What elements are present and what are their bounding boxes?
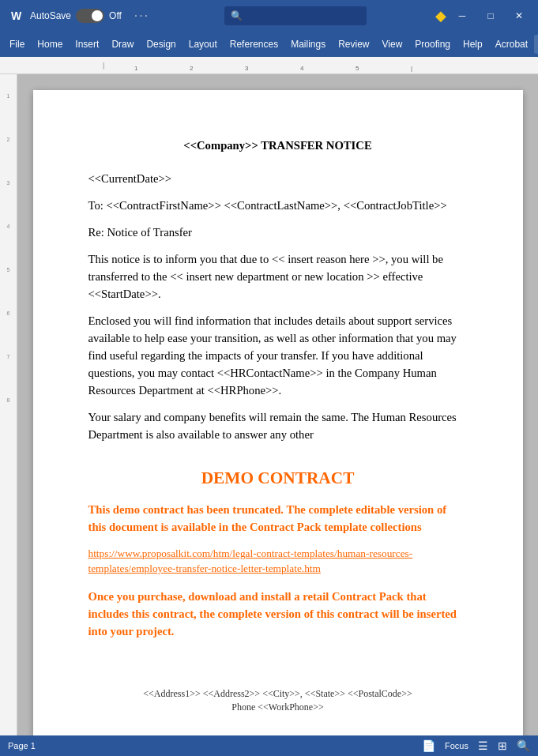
menu-draw[interactable]: Draw	[105, 36, 140, 53]
close-button[interactable]: ✕	[506, 5, 532, 27]
menubar-right: 💬 ✏ Editing ▾	[534, 35, 538, 54]
ruler-mark-1: 1	[134, 65, 137, 72]
view-options-icon[interactable]: ☰	[478, 739, 488, 752]
to-line: To: <<ContractFirstName>> <<ContractLast…	[88, 197, 468, 214]
menu-help[interactable]: Help	[457, 36, 489, 53]
page-info: Page 1	[8, 741, 36, 750]
demo-purchase-text: Once you purchase, download and install …	[88, 588, 468, 640]
document-page: <<Company>> TRANSFER NOTICE <<CurrentDat…	[33, 90, 523, 735]
titlebar-center: 🔍	[156, 6, 435, 25]
document-scroll-area[interactable]: <<Company>> TRANSFER NOTICE <<CurrentDat…	[17, 74, 538, 735]
footer-address: <<Address1>> <<Address2>> <<City>>, <<St…	[33, 687, 523, 701]
statusbar: Page 1 📄 Focus ☰ ⊞ 🔍	[0, 735, 538, 756]
menu-home[interactable]: Home	[31, 36, 69, 53]
ruler-right-marker: |	[411, 65, 412, 72]
v-ruler-mark-7: 7	[7, 354, 10, 359]
demo-link[interactable]: https://www.proposalkit.com/htm/legal-co…	[88, 547, 468, 576]
menu-references[interactable]: References	[224, 36, 284, 53]
autosave-label: AutoSave	[30, 10, 71, 21]
ruler-mark-2: 2	[190, 65, 193, 72]
v-ruler-mark-8: 8	[7, 397, 10, 403]
v-ruler-mark-1: 1	[7, 93, 10, 99]
menu-mailings[interactable]: Mailings	[284, 36, 332, 53]
autosave-toggle[interactable]	[76, 9, 104, 23]
horizontal-ruler: | 1 2 3 4 5 |	[0, 57, 538, 74]
re-line: Re: Notice of Transfer	[88, 224, 468, 241]
main-area: 1 2 3 4 5 6 7 8 <<Company>> TRANSFER NOT…	[0, 74, 538, 735]
document-info-icon[interactable]: 📄	[422, 739, 435, 752]
ruler-mark-4: 4	[300, 65, 303, 72]
menu-layout[interactable]: Layout	[182, 36, 224, 53]
v-ruler-mark-6: 6	[7, 310, 10, 316]
vertical-ruler: 1 2 3 4 5 6 7 8	[0, 74, 17, 735]
v-ruler-mark-3: 3	[7, 180, 10, 186]
autosave-state: Off	[109, 10, 122, 21]
minimize-button[interactable]: ─	[450, 5, 475, 27]
demo-description: This demo contract has been truncated. T…	[88, 501, 468, 536]
v-ruler-mark-4: 4	[7, 224, 10, 229]
search-icon: 🔍	[231, 10, 243, 21]
maximize-button[interactable]: □	[478, 5, 503, 27]
layout-icon[interactable]: ⊞	[498, 739, 507, 752]
search-box[interactable]: 🔍	[224, 6, 367, 25]
window-controls: ─ □ ✕	[450, 5, 532, 27]
v-ruler-mark-5: 5	[7, 267, 10, 273]
body-paragraph-2: Enclosed you will find information that …	[88, 312, 468, 399]
ruler-mark-3: 3	[245, 65, 248, 72]
body-paragraph-3: Your salary and company benefits will re…	[88, 408, 468, 443]
footer-phone: Phone <<WorkPhone>>	[33, 701, 523, 714]
svg-text:W: W	[11, 9, 22, 22]
ruler-left-marker: |	[103, 62, 104, 70]
menu-acrobat[interactable]: Acrobat	[489, 36, 534, 53]
zoom-icon[interactable]: 🔍	[517, 739, 530, 752]
titlebar: W AutoSave Off ··· 🔍 ◆ ─ □ ✕	[0, 0, 538, 32]
statusbar-right: 📄 Focus ☰ ⊞ 🔍	[422, 739, 530, 752]
document-footer: <<Address1>> <<Address2>> <<City>>, <<St…	[33, 687, 523, 714]
menu-insert[interactable]: Insert	[69, 36, 105, 53]
ruler-mark-5: 5	[356, 65, 359, 72]
demo-section: DEMO CONTRACT This demo contract has bee…	[88, 467, 468, 640]
menu-review[interactable]: Review	[332, 36, 375, 53]
menu-proofing[interactable]: Proofing	[408, 36, 457, 53]
current-date-field: <<CurrentDate>>	[88, 170, 468, 187]
word-icon: W	[6, 6, 25, 25]
comment-button[interactable]: 💬	[534, 35, 538, 54]
demo-title: DEMO CONTRACT	[88, 467, 468, 491]
menu-design[interactable]: Design	[140, 36, 182, 53]
menu-file[interactable]: File	[3, 36, 31, 53]
autosave-control: AutoSave Off	[30, 9, 122, 23]
menu-view[interactable]: View	[376, 36, 409, 53]
body-paragraph-1: This notice is to inform you that due to…	[88, 250, 468, 303]
v-ruler-mark-2: 2	[7, 137, 10, 142]
diamond-icon[interactable]: ◆	[435, 7, 446, 24]
focus-label[interactable]: Focus	[445, 741, 468, 750]
menubar: File Home Insert Draw Design Layout Refe…	[0, 32, 538, 57]
more-options-icon[interactable]: ···	[134, 9, 149, 23]
document-title: <<Company>> TRANSFER NOTICE	[88, 137, 468, 154]
